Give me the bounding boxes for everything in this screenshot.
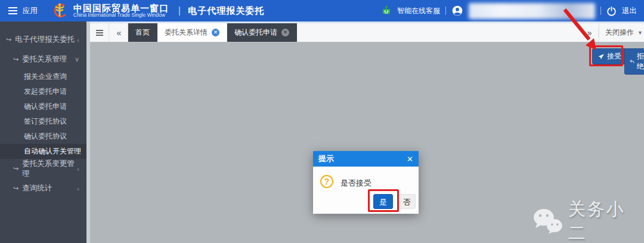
sidebar-item-broker-query[interactable]: 报关企业查询: [0, 69, 86, 84]
dialog-body: ? 是否接受 是 否: [313, 167, 419, 214]
arrow-icon: ↪: [13, 56, 18, 63]
sidebar-item-relation-change-mgmt[interactable]: ↪ 委托关系变更管理 ‹: [0, 159, 86, 179]
sidebar-item-query-statistics[interactable]: ↪ 查询统计 ‹: [0, 179, 86, 198]
close-tab-icon[interactable]: ✕: [212, 29, 219, 36]
close-operation-dropdown[interactable]: 关闭操作 ▼: [599, 23, 644, 42]
sidebar-item-auto-confirm-switch[interactable]: 自动确认开关管理: [0, 144, 86, 159]
sidebar-nav: ↪ 电子代理报关委托 ‹ ↪ 委托关系管理 ∨ 报关企业查询 发起委托申请 确认…: [0, 21, 86, 243]
apps-menu-label[interactable]: 应用: [23, 6, 38, 16]
online-support-link[interactable]: 智能在线客服: [397, 6, 440, 16]
sidebar-item-label: 查询统计: [22, 183, 52, 193]
robot-icon: [381, 5, 392, 16]
sidebar-item-label: 签订委托协议: [24, 116, 67, 127]
apps-menu-icon[interactable]: [8, 7, 17, 14]
watermark: 关务小二: [532, 198, 644, 243]
sidebar-item-label: 发起委托申请: [24, 87, 67, 97]
header-divider: [600, 7, 601, 15]
chevron-left-icon: ‹: [77, 185, 79, 192]
tab-label: 委托关系详情: [165, 27, 208, 38]
tab-menu-icon[interactable]: [90, 23, 109, 42]
paper-plane-icon: [597, 53, 605, 60]
wechat-icon: [532, 208, 564, 235]
question-icon: ?: [320, 175, 333, 188]
tab-confirm-application[interactable]: 确认委托申请 ✕: [227, 23, 297, 42]
chevron-left-icon: ‹: [77, 36, 79, 44]
sidebar-gutter: [86, 21, 90, 243]
dialog-yes-button[interactable]: 是: [373, 194, 393, 209]
chevron-left-icon: ‹: [77, 165, 79, 173]
user-avatar-icon[interactable]: [451, 5, 463, 17]
single-window-logo-icon: [51, 2, 69, 20]
sidebar-item-label: 委托关系变更管理: [22, 159, 77, 179]
reject-label: 拒绝: [637, 51, 644, 72]
sidebar-item-label: 电子代理报关委托: [15, 35, 75, 45]
sidebar-item-label: 确认委托协议: [24, 131, 67, 142]
sidebar-item-electronic-agent[interactable]: ↪ 电子代理报关委托 ‹: [0, 30, 86, 50]
module-title: 电子代理报关委托: [188, 5, 264, 17]
sidebar-item-label: 自动确认开关管理: [24, 146, 81, 156]
app-window: 应用 中国国际贸易单一窗口 China International Trade …: [0, 0, 644, 243]
sidebar-item-initiate-application[interactable]: 发起委托申请: [0, 84, 86, 99]
header-divider: [445, 7, 446, 15]
tab-bar: « 首页 委托关系详情 ✕ 确认委托申请 ✕ » 关闭操作 ▼: [90, 21, 644, 42]
tab-relation-detail[interactable]: 委托关系详情 ✕: [157, 23, 227, 42]
sidebar-item-entrust-relation-mgmt[interactable]: ↪ 委托关系管理 ∨: [0, 50, 86, 69]
dialog-no-button[interactable]: 否: [398, 194, 416, 209]
tabs-scroll-right-icon[interactable]: »: [580, 28, 599, 38]
arrow-icon: ↪: [6, 36, 11, 44]
power-icon[interactable]: [606, 6, 617, 16]
sidebar-item-label: 确认委托申请: [24, 101, 67, 112]
sidebar-item-label: 报关企业查询: [24, 72, 67, 82]
reply-arrow-icon: [630, 58, 634, 65]
sidebar-item-confirm-agreement[interactable]: 确认委托协议: [0, 129, 86, 144]
dialog-message: 是否接受: [340, 178, 371, 189]
top-header: 应用 中国国际贸易单一窗口 China International Trade …: [0, 0, 644, 21]
sidebar-item-label: 委托关系管理: [22, 54, 67, 64]
header-right-group: 智能在线客服 退出: [381, 3, 644, 19]
close-tab-icon[interactable]: ✕: [281, 29, 289, 36]
brand-title: 中国国际贸易单一窗口 China International Trade Sin…: [73, 4, 169, 19]
accept-label: 接受: [607, 51, 621, 61]
arrow-icon: ↪: [13, 184, 18, 192]
header-divider: |: [178, 5, 181, 16]
tabs-scroll-left-icon[interactable]: «: [109, 23, 128, 42]
brand-title-cn: 中国国际贸易单一窗口: [73, 4, 169, 13]
brand-title-en: China International Trade Single Window: [73, 13, 169, 18]
sidebar-item-sign-agreement[interactable]: 签订委托协议: [0, 114, 86, 129]
tab-label: 确认委托申请: [234, 27, 277, 38]
confirm-dialog: 提示 ✕ ? 是否接受 是 否: [313, 151, 419, 214]
logout-button[interactable]: 退出: [622, 6, 637, 16]
arrow-icon: ↪: [13, 165, 18, 173]
chevron-down-icon: ∨: [75, 56, 79, 63]
close-operation-label: 关闭操作: [605, 27, 634, 38]
tab-label: 首页: [135, 27, 150, 38]
dialog-title: 提示: [318, 153, 334, 164]
reject-button[interactable]: 拒绝: [624, 48, 644, 75]
dialog-header: 提示 ✕: [313, 151, 419, 167]
watermark-text: 关务小二: [568, 198, 644, 243]
dialog-close-icon[interactable]: ✕: [407, 155, 413, 164]
accept-button[interactable]: 接受: [592, 48, 627, 64]
username-redacted: [469, 3, 595, 19]
sidebar-item-confirm-application[interactable]: 确认委托申请: [0, 99, 86, 114]
tab-home[interactable]: 首页: [128, 23, 157, 42]
caret-down-icon: ▼: [637, 30, 643, 36]
